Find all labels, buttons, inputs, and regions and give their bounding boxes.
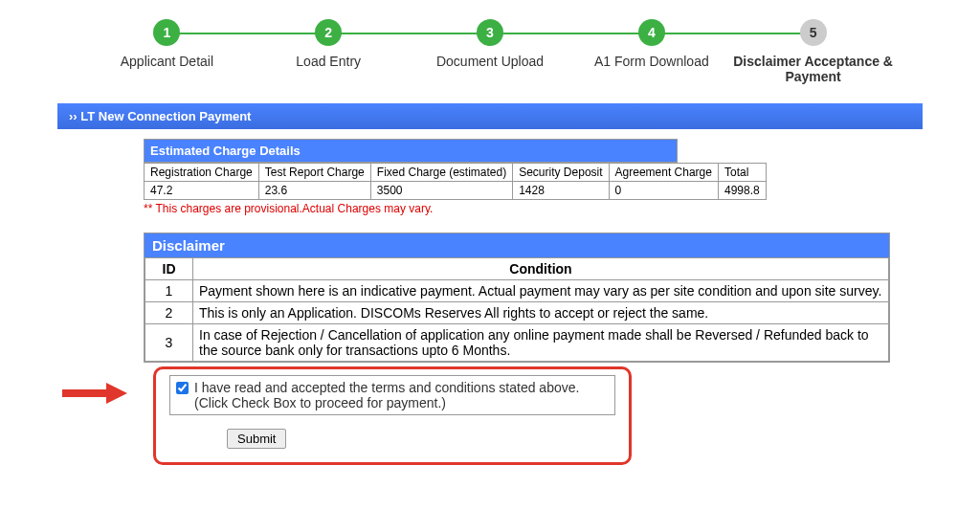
- table-row: 3 In case of Rejection / Cancellation of…: [145, 324, 889, 362]
- step-label: A1 Form Download: [570, 54, 732, 69]
- disclaimer-header: Disclaimer: [145, 233, 889, 257]
- disclaimer-table: ID Condition 1 Payment shown here is an …: [145, 257, 889, 362]
- cell-id: 2: [145, 302, 193, 324]
- table-row-header: Registration Charge Test Report Charge F…: [145, 164, 767, 182]
- col-agreement-charge: Agreement Charge: [609, 164, 718, 182]
- col-id: ID: [145, 258, 193, 280]
- cell-total: 4998.8: [718, 182, 766, 200]
- step-number: 4: [638, 19, 665, 46]
- col-fixed-charge: Fixed Charge (estimated): [370, 164, 512, 182]
- progress-stepper: 1 Applicant Detail 2 Load Entry 3 Docume…: [86, 19, 894, 84]
- step-number: 3: [477, 19, 503, 46]
- cell-condition: Payment shown here is an indicative paym…: [193, 280, 889, 302]
- cell-security-deposit: 1428: [513, 182, 609, 200]
- disclaimer-block: Disclaimer ID Condition 1 Payment shown …: [144, 233, 890, 363]
- step-applicant-detail: 1 Applicant Detail: [86, 19, 248, 69]
- cell-registration-charge: 47.2: [145, 182, 259, 200]
- table-row-values: 47.2 23.6 3500 1428 0 4998.8: [145, 182, 767, 200]
- col-registration-charge: Registration Charge: [145, 164, 259, 182]
- cell-agreement-charge: 0: [609, 182, 718, 200]
- cell-condition: This is only an Application. DISCOMs Res…: [193, 302, 889, 324]
- accept-terms-checkbox[interactable]: [176, 382, 189, 394]
- cell-id: 3: [145, 324, 193, 362]
- col-total: Total: [718, 164, 766, 182]
- step-disclaimer-payment: 5 Disclaimer Acceptance & Payment: [732, 19, 894, 84]
- estimated-charges-header: Estimated Charge Details: [144, 139, 678, 163]
- submit-button[interactable]: Submit: [227, 429, 286, 449]
- accept-terms-row: I have read and accepted the terms and c…: [169, 375, 615, 415]
- cell-test-report-charge: 23.6: [258, 182, 370, 200]
- estimated-charges-block: Estimated Charge Details Registration Ch…: [144, 139, 836, 217]
- cell-fixed-charge: 3500: [370, 182, 512, 200]
- step-number: 2: [315, 19, 342, 46]
- step-number: 1: [153, 19, 180, 46]
- col-test-report-charge: Test Report Charge: [258, 164, 370, 182]
- step-load-entry: 2 Load Entry: [248, 19, 410, 69]
- step-number: 5: [800, 19, 827, 46]
- accept-highlight-box: I have read and accepted the terms and c…: [153, 366, 632, 465]
- cell-condition: In case of Rejection / Cancellation of a…: [193, 324, 889, 362]
- section-header: ›› LT New Connection Payment: [57, 103, 923, 129]
- step-label: Disclaimer Acceptance & Payment: [732, 54, 894, 84]
- col-condition: Condition: [193, 258, 889, 280]
- step-label: Load Entry: [248, 54, 410, 69]
- cell-id: 1: [145, 280, 193, 302]
- col-security-deposit: Security Deposit: [513, 164, 609, 182]
- estimated-charges-table: Registration Charge Test Report Charge F…: [144, 163, 767, 200]
- accept-terms-text: I have read and accepted the terms and c…: [194, 380, 579, 410]
- step-a1-form-download: 4 A1 Form Download: [570, 19, 732, 69]
- step-label: Applicant Detail: [86, 54, 248, 69]
- step-document-upload: 3 Document Upload: [410, 19, 571, 69]
- table-row: 1 Payment shown here is an indicative pa…: [145, 280, 889, 302]
- estimated-charges-note: ** This charges are provisional.Actual C…: [144, 200, 836, 217]
- table-row: 2 This is only an Application. DISCOMs R…: [145, 302, 889, 324]
- arrow-annotation-icon: [62, 383, 129, 404]
- table-row-header: ID Condition: [145, 258, 889, 280]
- step-label: Document Upload: [410, 54, 571, 69]
